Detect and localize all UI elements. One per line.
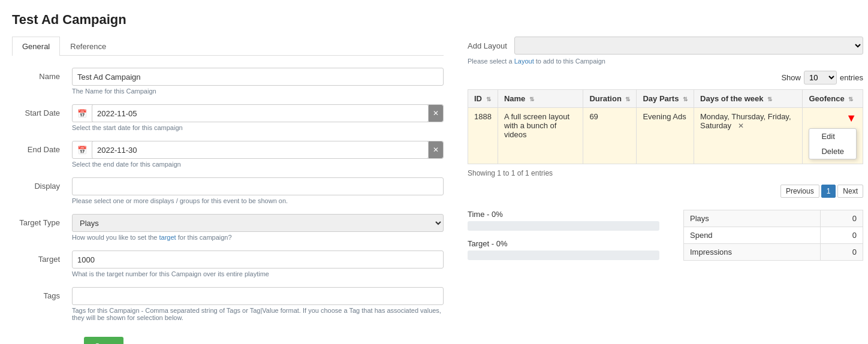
start-date-label: Start Date: [12, 104, 72, 117]
display-label: Display: [12, 177, 72, 191]
col-days-of-week[interactable]: Days of the week ⇅: [694, 90, 803, 108]
geofence-clear-button[interactable]: ✕: [738, 122, 744, 130]
end-date-label: End Date: [12, 141, 72, 154]
pagination: Previous 1 Next: [468, 185, 863, 198]
context-menu-delete[interactable]: Delete: [809, 144, 856, 159]
stat-value-spend: 0: [821, 227, 863, 244]
tabs: General Reference: [12, 37, 444, 56]
stat-row-plays: Plays 0: [684, 210, 863, 227]
target-type-select[interactable]: Plays: [72, 214, 444, 232]
col-id[interactable]: ID ⇅: [468, 90, 498, 108]
layout-link[interactable]: Layout: [514, 58, 534, 65]
stat-label-impressions: Impressions: [684, 244, 821, 261]
start-date-input[interactable]: [92, 104, 429, 122]
stat-label-plays: Plays: [684, 210, 821, 227]
name-input[interactable]: [72, 68, 444, 86]
cell-days-of-week: Monday, Thursday, Friday, Saturday ✕: [694, 108, 803, 164]
tags-input[interactable]: [72, 287, 444, 305]
tags-hint: Tags for this Campaign - Comma separated…: [72, 307, 444, 321]
target-type-field: Plays How would you like to set the targ…: [72, 214, 444, 241]
tags-label: Tags: [12, 287, 72, 300]
start-date-hint: Select the start date for this campaign: [72, 124, 444, 131]
entries-info: Showing 1 to 1 of 1 entries: [468, 169, 863, 177]
target-link[interactable]: target: [159, 234, 176, 241]
col-duration[interactable]: Duration ⇅: [583, 90, 637, 108]
target-type-row: Target Type Plays How would you like to …: [12, 214, 444, 241]
calendar-icon: 📅: [73, 109, 92, 118]
display-row: Display Please select one or more displa…: [12, 177, 444, 204]
table-header-row: ID ⇅ Name ⇅ Duration ⇅ Day Parts ⇅ Days …: [468, 90, 863, 108]
progress-section: Time - 0% Target - 0%: [468, 210, 659, 268]
save-button[interactable]: Save: [84, 337, 123, 344]
tags-field: Tags for this Campaign - Comma separated…: [72, 287, 444, 321]
entries-label: entries: [840, 73, 863, 82]
time-progress-bar-bg: [468, 221, 659, 231]
sort-icon-day-parts: ⇅: [683, 96, 688, 102]
table-row[interactable]: 1888 A full screen layout with a bunch o…: [468, 108, 863, 164]
cell-duration: 69: [583, 108, 637, 164]
stat-label-spend: Spend: [684, 227, 821, 244]
context-menu: Edit Delete: [809, 128, 857, 159]
start-date-field: 📅 ✕ Select the start date for this campa…: [72, 104, 444, 131]
name-label: Name: [12, 68, 72, 81]
table-wrapper: ID ⇅ Name ⇅ Duration ⇅ Day Parts ⇅ Days …: [468, 89, 863, 164]
red-arrow-icon: ▼: [846, 112, 857, 125]
sort-icon-duration: ⇅: [625, 96, 630, 102]
target-row: Target What is the target number for thi…: [12, 251, 444, 277]
previous-button[interactable]: Previous: [780, 185, 819, 198]
time-progress-label: Time - 0%: [468, 210, 659, 219]
right-bottom: Time - 0% Target - 0% Plays: [468, 204, 863, 268]
name-field: The Name for this Campaign: [72, 68, 444, 95]
target-progress-label: Target - 0%: [468, 239, 659, 248]
add-layout-hint: Please select a Layout to add to this Ca…: [468, 58, 863, 65]
cell-geofence: ▼ Edit Delete: [803, 108, 863, 164]
page-title: Test Ad Campaign: [12, 12, 856, 28]
page-1-button[interactable]: 1: [821, 185, 836, 198]
cell-id: 1888: [468, 108, 498, 164]
context-menu-edit[interactable]: Edit: [809, 129, 856, 144]
name-row: Name The Name for this Campaign: [12, 68, 444, 95]
left-panel: General Reference Name The Name for this…: [12, 37, 444, 344]
display-hint: Please select one or more displays / gro…: [72, 197, 444, 204]
start-date-row: Start Date 📅 ✕ Select the start date for…: [12, 104, 444, 131]
add-layout-label: Add Layout: [468, 41, 507, 50]
form: Name The Name for this Campaign Start Da…: [12, 68, 444, 321]
stats-table: Plays 0 Spend 0 Impressions 0: [683, 210, 863, 261]
col-name[interactable]: Name ⇅: [498, 90, 583, 108]
sort-icon-name: ⇅: [529, 96, 534, 102]
add-layout-select[interactable]: [514, 37, 863, 55]
start-date-clear-button[interactable]: ✕: [429, 105, 443, 122]
target-label: Target: [12, 251, 72, 264]
target-type-label: Target Type: [12, 214, 72, 227]
tab-general[interactable]: General: [12, 37, 60, 56]
stat-row-spend: Spend 0: [684, 227, 863, 244]
end-date-wrapper: 📅 ✕: [72, 141, 444, 159]
stat-row-impressions: Impressions 0: [684, 244, 863, 261]
end-date-clear-button[interactable]: ✕: [429, 141, 443, 158]
next-button[interactable]: Next: [837, 185, 863, 198]
cell-day-parts: Evening Ads: [637, 108, 694, 164]
time-progress-row: Time - 0%: [468, 210, 659, 231]
sort-icon-days-of-week: ⇅: [767, 96, 772, 102]
name-hint: The Name for this Campaign: [72, 87, 444, 95]
target-hint: What is the target number for this Campa…: [72, 270, 444, 277]
target-progress-bar-bg: [468, 251, 659, 260]
stat-value-impressions: 0: [821, 244, 863, 261]
tags-row: Tags Tags for this Campaign - Comma sepa…: [12, 287, 444, 321]
show-label: Show: [781, 73, 801, 82]
col-day-parts[interactable]: Day Parts ⇅: [637, 90, 694, 108]
display-input[interactable]: [72, 177, 444, 195]
target-type-hint: How would you like to set the target for…: [72, 234, 444, 241]
display-field: Please select one or more displays / gro…: [72, 177, 444, 204]
target-input[interactable]: [72, 251, 444, 268]
end-date-row: End Date 📅 ✕ Select the end date for thi…: [12, 141, 444, 168]
col-geofence[interactable]: Geofence ⇅: [803, 90, 863, 108]
target-progress-row: Target - 0%: [468, 239, 659, 260]
end-date-input[interactable]: [92, 141, 429, 159]
calendar-icon-end: 📅: [73, 146, 92, 155]
entries-count-select[interactable]: 10: [804, 71, 837, 85]
layouts-table: ID ⇅ Name ⇅ Duration ⇅ Day Parts ⇅ Days …: [468, 89, 863, 164]
sort-icon-id: ⇅: [486, 96, 491, 102]
sort-icon-geofence: ⇅: [848, 96, 853, 102]
tab-reference[interactable]: Reference: [60, 37, 116, 56]
